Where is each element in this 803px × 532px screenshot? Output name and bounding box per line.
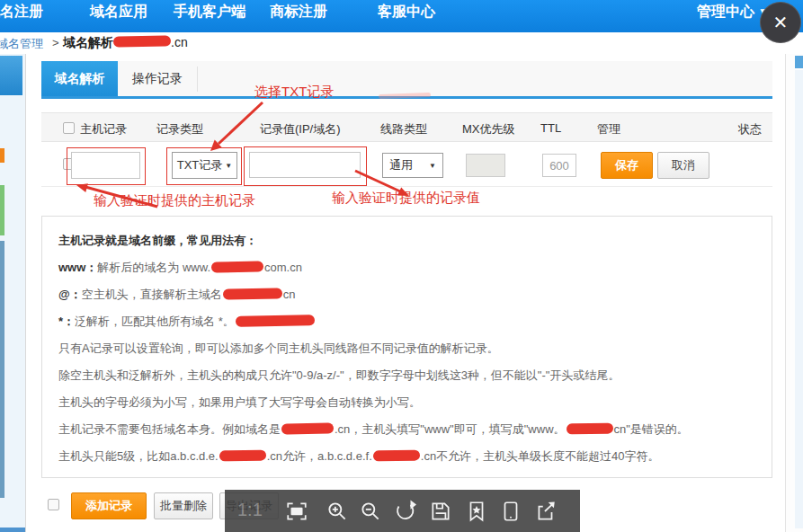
redacted-domain	[566, 423, 612, 435]
help-box: 主机记录就是域名前缀，常见用法有：www：解析后的域名为 www.com.cn@…	[41, 216, 772, 478]
help-line: www：解析后的域名为 www.com.cn	[58, 254, 772, 281]
save-icon[interactable]	[429, 500, 452, 523]
fit-screen-icon[interactable]	[285, 500, 308, 523]
help-text: 空主机头，直接解析主域名	[82, 288, 222, 301]
column-header: 记录值(IP/域名)	[260, 121, 341, 137]
help-text: @：	[58, 288, 82, 301]
column-header: 主机记录	[80, 121, 127, 137]
dns-settings-panel: 域名解析 操作记录 选择TXT记录 主机记录记录类型记录值(IP/域名)线路类型…	[25, 54, 786, 532]
column-header: 状态	[738, 121, 762, 137]
annotation-select-txt: 选择TXT记录	[254, 84, 334, 101]
nav-item[interactable]: 手机客户端	[174, 3, 245, 22]
cancel-button[interactable]: 取消	[657, 152, 709, 179]
annotation-value-hint: 输入验证时提供的记录值	[332, 190, 480, 207]
column-header: 线路类型	[380, 121, 427, 137]
select-all-checkbox[interactable]	[63, 122, 75, 134]
share-icon[interactable]	[534, 500, 558, 523]
background-page-left-strip	[0, 54, 25, 532]
table-header-row: 主机记录记录类型记录值(IP/域名)线路类型MX优先级TTL管理状态	[41, 112, 772, 142]
divider	[197, 66, 198, 92]
help-text: .cn不允许，主机头单级长度不能超过40字符。	[421, 449, 660, 463]
background-page-right-strip	[786, 54, 803, 532]
nav-item[interactable]: 商标注册	[270, 3, 327, 22]
breadcrumb: 域名管理 > 域名解析.cn	[0, 32, 803, 54]
redacted-domain	[219, 450, 266, 462]
close-button[interactable]: ✕	[760, 2, 801, 43]
annotation-host-hint: 输入验证时提供的主机记录	[94, 192, 255, 209]
top-nav: 域名注册域名应用手机客户端商标注册客服中心 管理中心 ▼	[0, 0, 803, 32]
zoom-out-icon[interactable]	[359, 500, 382, 523]
help-text: www：	[58, 261, 97, 274]
image-viewer-toolbar: 1:1	[225, 490, 580, 532]
help-line: @：空主机头，直接解析主域名cn	[58, 281, 772, 308]
breadcrumb-separator: >	[52, 36, 59, 49]
help-text: com.cn	[264, 261, 302, 274]
domain-suffix: .cn	[171, 35, 188, 49]
help-text: *：	[58, 315, 75, 328]
tab-dns-records[interactable]: 域名解析	[41, 61, 118, 96]
redacted-domain	[373, 450, 420, 462]
bookmark-icon[interactable]	[465, 500, 488, 523]
help-line: 主机记录就是域名前缀，常见用法有：	[58, 227, 772, 254]
background-fragment	[795, 70, 803, 528]
mx-priority-input	[466, 154, 505, 177]
tab-operation-log[interactable]: 操作记录	[118, 61, 197, 96]
column-header: 记录类型	[156, 121, 203, 137]
redacted-domain	[236, 315, 315, 327]
help-line: 主机头的字母必须为小写，如果用户填了大写字母会自动转换为小写。	[58, 389, 772, 416]
help-text: 泛解析，匹配其他所有域名 *。	[75, 315, 235, 328]
help-text: cn	[283, 288, 296, 301]
add-record-button[interactable]: 添加记录	[71, 492, 147, 519]
close-icon: ✕	[773, 12, 789, 33]
help-text: 只有A记录可以设置轮询，即可以添加多个同主机头同线路但不同记录值的解析记录。	[58, 341, 499, 355]
help-text: .cn允许，a.b.c.d.e.f.	[267, 449, 372, 463]
help-line: *：泛解析，匹配其他所有域名 *。	[58, 308, 772, 335]
background-fragment	[0, 148, 4, 163]
redacted-domain	[113, 35, 171, 47]
background-fragment	[795, 56, 803, 68]
help-text: 除空主机头和泛解析外，主机头的构成只允许"0-9/a-z/-"，即数字字母中划线…	[58, 368, 620, 382]
nav-item[interactable]: 域名注册	[0, 3, 43, 22]
batch-delete-button[interactable]: 批量删除	[154, 492, 213, 519]
column-header: TTL	[540, 121, 561, 135]
zoom-ratio-label: 1:1	[237, 500, 263, 520]
save-button[interactable]: 保存	[601, 152, 653, 179]
background-fragment	[0, 241, 4, 498]
account-label: 管理中心	[697, 4, 754, 19]
column-header: 管理	[597, 121, 620, 137]
breadcrumb-parent-link[interactable]: 域名管理	[0, 36, 43, 52]
column-header: MX优先级	[462, 121, 515, 137]
redacted-domain	[211, 261, 263, 272]
zoom-in-icon[interactable]	[326, 500, 349, 523]
background-fragment	[0, 56, 22, 95]
help-line: 主机头只能5级，比如a.b.c.d.e..cn允许，a.b.c.d.e.f..c…	[58, 443, 772, 470]
help-line: 除空主机头和泛解析外，主机头的构成只允许"0-9/a-z/-"，即数字字母中划线…	[58, 362, 772, 389]
breadcrumb-current: 域名解析.cn	[63, 35, 188, 51]
nav-item[interactable]: 域名应用	[90, 3, 147, 22]
help-line: 主机记录不需要包括域名本身。例如域名是.cn，主机头填写"www"即可，填写成"…	[58, 416, 772, 443]
help-text: .cn，主机头填写"www"即可，填写成"www。	[335, 422, 566, 436]
redacted-domain	[223, 288, 282, 299]
help-text: 主机记录就是域名前缀，常见用法有：	[58, 234, 257, 247]
help-text: 主机头的字母必须为小写，如果用户填了大写字母会自动转换为小写。	[58, 395, 421, 409]
help-text: 主机记录不需要包括域名本身。例如域名是	[58, 422, 281, 436]
redacted-domain	[281, 422, 334, 434]
ttl-input[interactable]	[542, 154, 576, 177]
chevron-down-icon: ▼	[429, 162, 436, 170]
help-lines: 主机记录就是域名前缀，常见用法有：www：解析后的域名为 www.com.cn@…	[58, 227, 772, 470]
help-text: 解析后的域名为 www.	[97, 261, 210, 274]
help-text: 主机头只能5级，比如a.b.c.d.e.	[58, 449, 219, 463]
help-line: 只有A记录可以设置轮询，即可以添加多个同主机头同线路但不同记录值的解析记录。	[58, 335, 772, 362]
footer-select-all-checkbox[interactable]	[48, 499, 59, 510]
annotation-arrow-down-left	[203, 99, 266, 155]
background-fragment	[0, 185, 4, 235]
page-title: 域名解析	[63, 35, 113, 49]
rotate-icon[interactable]	[393, 500, 416, 523]
help-text: cn"是错误的。	[614, 422, 689, 436]
tablet-icon[interactable]	[499, 500, 522, 523]
account-menu[interactable]: 管理中心 ▼	[697, 3, 767, 22]
nav-item[interactable]: 客服中心	[378, 3, 435, 22]
page: 域名注册域名应用手机客户端商标注册客服中心 管理中心 ▼ ✕ 域名管理 > 域名…	[0, 0, 803, 532]
